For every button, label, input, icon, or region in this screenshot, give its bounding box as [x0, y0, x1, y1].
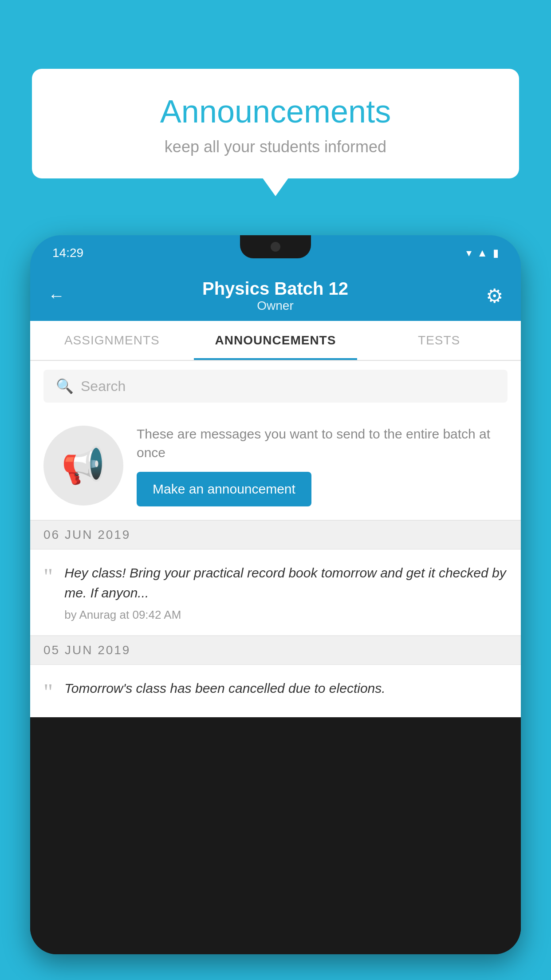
tab-announcements[interactable]: ANNOUNCEMENTS	[194, 321, 358, 360]
date-separator-1: 06 JUN 2019	[30, 520, 521, 549]
status-icons: ▾ ▲ ▮	[466, 247, 499, 259]
signal-icon: ▲	[477, 247, 488, 259]
promo-description: These are messages you want to send to t…	[137, 425, 508, 462]
speech-bubble-card: Announcements keep all your students inf…	[32, 69, 519, 178]
camera-dot	[271, 242, 280, 252]
settings-icon[interactable]: ⚙	[486, 285, 503, 307]
phone-frame: 14:29 ▾ ▲ ▮ ← Physics Batch 12 Owner ⚙ A…	[30, 235, 521, 954]
promo-text-area: These are messages you want to send to t…	[137, 425, 508, 506]
header-title: Physics Batch 12	[202, 279, 348, 299]
speech-bubble-subtitle: keep all your students informed	[59, 138, 492, 156]
search-placeholder: Search	[81, 378, 126, 395]
quote-icon-2: "	[43, 681, 53, 704]
notch	[240, 235, 311, 258]
header-center: Physics Batch 12 Owner	[202, 279, 348, 313]
phone-container: 14:29 ▾ ▲ ▮ ← Physics Batch 12 Owner ⚙ A…	[30, 235, 521, 980]
announcement-message-2: Tomorrow's class has been cancelled due …	[64, 678, 508, 698]
back-button[interactable]: ←	[48, 286, 65, 305]
quote-icon-1: "	[43, 565, 53, 589]
phone-bottom	[30, 928, 521, 954]
announcement-body-2: Tomorrow's class has been cancelled due …	[64, 678, 508, 703]
announcement-message-1: Hey class! Bring your practical record b…	[64, 563, 508, 603]
speech-bubble-title: Announcements	[59, 93, 492, 130]
search-bar[interactable]: 🔍 Search	[43, 370, 508, 403]
megaphone-icon: 📢	[61, 445, 106, 486]
announcement-item-1: " Hey class! Bring your practical record…	[30, 549, 521, 636]
status-time: 14:29	[52, 246, 83, 260]
phone-content: 🔍 Search 📢 These are messages you want t…	[30, 361, 521, 717]
speech-bubble-section: Announcements keep all your students inf…	[32, 69, 519, 178]
search-bar-container: 🔍 Search	[30, 361, 521, 411]
tab-tests[interactable]: TESTS	[357, 321, 521, 360]
make-announcement-button[interactable]: Make an announcement	[137, 472, 311, 506]
app-header: ← Physics Batch 12 Owner ⚙	[30, 271, 521, 321]
announcement-body-1: Hey class! Bring your practical record b…	[64, 563, 508, 622]
promo-icon-circle: 📢	[43, 426, 123, 506]
status-bar: 14:29 ▾ ▲ ▮	[30, 235, 521, 271]
wifi-icon: ▾	[466, 247, 472, 259]
announcement-item-2: " Tomorrow's class has been cancelled du…	[30, 665, 521, 717]
search-icon: 🔍	[56, 378, 74, 395]
battery-icon: ▮	[493, 247, 499, 259]
announcement-meta-1: by Anurag at 09:42 AM	[64, 608, 508, 622]
tab-assignments[interactable]: ASSIGNMENTS	[30, 321, 194, 360]
date-separator-2: 05 JUN 2019	[30, 636, 521, 665]
announcement-promo: 📢 These are messages you want to send to…	[30, 411, 521, 520]
header-subtitle: Owner	[202, 299, 348, 313]
tabs-bar: ASSIGNMENTS ANNOUNCEMENTS TESTS	[30, 321, 521, 361]
